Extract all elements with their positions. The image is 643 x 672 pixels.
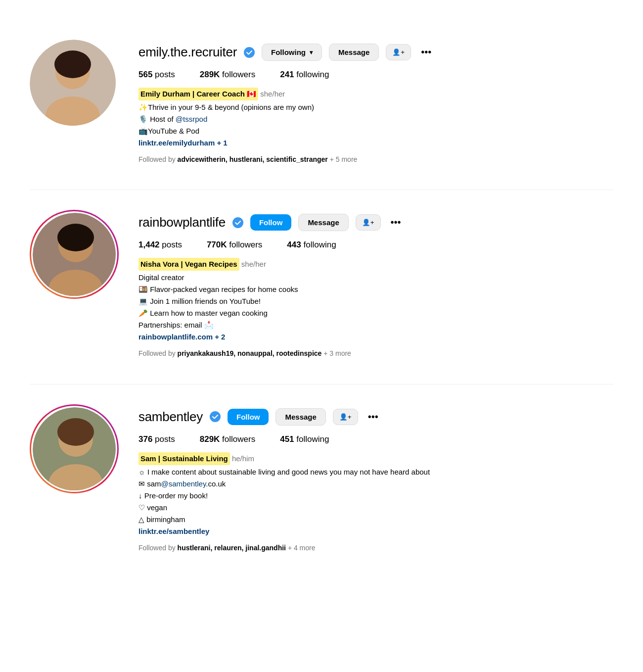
bio-link-anchor-sam[interactable]: linktr.ee/sambentley — [138, 527, 209, 535]
username-emily[interactable]: emily.the.recruiter — [138, 45, 237, 60]
bio-line-2-emily: 📺YouTube & Pod — [138, 125, 613, 137]
bio-name-line-emily: Emily Durham | Career Coach 🇨🇦 she/her — [138, 88, 613, 101]
person-add-icon: 👤+ — [362, 219, 374, 226]
followed-by-more: + 4 more — [288, 544, 316, 552]
person-add-icon: 👤+ — [392, 48, 405, 56]
bio-emily: Emily Durham | Career Coach 🇨🇦 she/her✨T… — [138, 88, 613, 165]
verified-icon-rainbow — [232, 217, 243, 228]
stat-value: 443 — [287, 240, 301, 249]
stat-value: 451 — [280, 434, 294, 444]
more-icon: ••• — [421, 47, 431, 58]
btn-message-emily[interactable]: Message — [329, 44, 379, 61]
avatar-image-rainbow — [33, 213, 117, 297]
svg-point-11 — [232, 217, 243, 228]
followed-by-accounts: priyankakaush19, nonauppal, rootedinspic… — [178, 349, 322, 357]
bio-name-line-rainbow: Nisha Vora | Vegan Recipes she/her — [138, 258, 613, 272]
stat-posts-sam[interactable]: 376 posts — [138, 434, 175, 444]
verified-icon-emily — [244, 47, 255, 58]
btn-add-friend-rainbow[interactable]: 👤+ — [356, 214, 381, 231]
bio-pronouns-emily: she/her — [258, 90, 285, 98]
bio-line-1-sam: ✉ sam@sambentley.co.uk — [138, 478, 613, 490]
stat-following-rainbow[interactable]: 443 following — [287, 240, 336, 250]
stat-value: 289K — [200, 70, 220, 79]
profile-card-rainbow: rainbowplantlifeFollowMessage👤+•••1,442 … — [30, 190, 613, 384]
bio-name-sam: Sam | Sustainable Living — [138, 452, 230, 465]
bio-mention[interactable]: @sambentley — [161, 480, 206, 488]
bio-link-emily[interactable]: linktr.ee/emilydurham + 1 — [138, 137, 613, 149]
bio-line-0-sam: ☼ I make content about sustainable livin… — [138, 466, 613, 478]
verified-icon-sam — [210, 411, 221, 422]
bio-name-rainbow: Nisha Vora | Vegan Recipes — [138, 258, 239, 271]
stat-posts-emily[interactable]: 565 posts — [138, 70, 175, 80]
bio-line-2-sam: ↓ Pre-order my book! — [138, 490, 613, 502]
bio-line-1-emily: 🎙️ Host of @tssrpod — [138, 113, 613, 125]
bio-link-sam[interactable]: linktr.ee/sambentley — [138, 526, 613, 537]
btn-primary-rainbow[interactable]: Follow — [250, 214, 292, 231]
more-icon: ••• — [368, 411, 378, 423]
followed-by-emily: Followed by advicewitherin, hustlerani, … — [138, 154, 613, 165]
stat-followers-rainbow[interactable]: 770K followers — [207, 240, 262, 250]
avatar-wrap-sam[interactable] — [30, 404, 119, 493]
btn-message-sam[interactable]: Message — [276, 408, 325, 426]
username-sam[interactable]: sambentley — [138, 409, 203, 425]
btn-more-rainbow[interactable]: ••• — [388, 215, 404, 230]
bio-link-anchor-emily[interactable]: linktr.ee/emilydurham + 1 — [138, 139, 228, 147]
stat-following-sam[interactable]: 451 following — [280, 434, 329, 444]
profile-header-sam: sambentleyFollowMessage👤+••• — [138, 408, 613, 426]
chevron-down-icon: ▾ — [310, 49, 313, 56]
followed-by-more: + 3 more — [323, 349, 351, 357]
bio-line-2-rainbow: 💻 Join 1 million friends on YouTube! — [138, 295, 613, 307]
person-add-icon: 👤+ — [339, 413, 352, 421]
profile-card-sam: sambentleyFollowMessage👤+•••376 posts829… — [30, 384, 613, 578]
stat-posts-rainbow[interactable]: 1,442 posts — [138, 240, 182, 250]
username-rainbow[interactable]: rainbowplantlife — [138, 215, 226, 230]
svg-point-3 — [54, 50, 91, 78]
btn-primary-emily[interactable]: Following ▾ — [262, 44, 322, 61]
svg-point-17 — [210, 411, 221, 422]
profile-info-emily: emily.the.recruiterFollowing ▾Message👤+•… — [138, 40, 613, 165]
bio-mention[interactable]: @tssrpod — [176, 115, 207, 123]
svg-point-15 — [57, 418, 94, 446]
profile-header-emily: emily.the.recruiterFollowing ▾Message👤+•… — [138, 44, 613, 61]
bio-link-anchor-rainbow[interactable]: rainbowplantlife.com + 2 — [138, 333, 225, 341]
bio-line-3-sam: ♡ vegan — [138, 502, 613, 514]
bio-pronouns-sam: he/him — [230, 454, 254, 463]
avatar-wrap-emily[interactable] — [30, 40, 119, 129]
stats-row-rainbow: 1,442 posts770K followers443 following — [138, 240, 613, 250]
stat-value: 829K — [200, 434, 220, 444]
svg-point-9 — [57, 224, 94, 251]
bio-rainbow: Nisha Vora | Vegan Recipes she/herDigita… — [138, 258, 613, 359]
bio-pronouns-rainbow: she/her — [239, 260, 266, 268]
avatar-inner-sam — [31, 406, 117, 492]
avatar-image-emily — [30, 40, 116, 126]
stats-row-emily: 565 posts289K followers241 following — [138, 70, 613, 80]
svg-point-5 — [244, 47, 255, 58]
stat-value: 770K — [207, 240, 227, 249]
btn-primary-sam[interactable]: Follow — [228, 409, 269, 425]
bio-line-0-emily: ✨Thrive in your 9-5 & beyond (opinions a… — [138, 101, 613, 113]
btn-add-friend-sam[interactable]: 👤+ — [333, 409, 358, 425]
bio-sam: Sam | Sustainable Living he/him☼ I make … — [138, 452, 613, 553]
stat-value: 1,442 — [138, 240, 160, 249]
avatar-inner-rainbow — [31, 211, 117, 297]
profile-card-emily: emily.the.recruiterFollowing ▾Message👤+•… — [30, 20, 613, 190]
avatar-wrap-rainbow[interactable] — [30, 210, 119, 299]
stat-value: 241 — [280, 70, 294, 79]
bio-link-rainbow[interactable]: rainbowplantlife.com + 2 — [138, 331, 613, 343]
stat-following-emily[interactable]: 241 following — [280, 70, 329, 80]
followed-by-accounts: hustlerani, relauren, jinal.gandhii — [178, 544, 286, 552]
btn-more-emily[interactable]: ••• — [418, 45, 434, 60]
btn-add-friend-emily[interactable]: 👤+ — [386, 44, 411, 60]
bio-line-4-rainbow: Partnerships: email 📩 — [138, 319, 613, 331]
avatar-image-sam — [33, 407, 117, 492]
btn-more-sam[interactable]: ••• — [365, 409, 381, 425]
stats-row-sam: 376 posts829K followers451 following — [138, 434, 613, 444]
followed-by-rainbow: Followed by priyankakaush19, nonauppal, … — [138, 348, 613, 359]
stat-followers-sam[interactable]: 829K followers — [200, 434, 255, 444]
stat-value: 565 — [138, 70, 152, 79]
profile-info-sam: sambentleyFollowMessage👤+•••376 posts829… — [138, 404, 613, 553]
followed-by-accounts: advicewitherin, hustlerani, scientific_s… — [178, 155, 328, 163]
stat-followers-emily[interactable]: 289K followers — [200, 70, 255, 80]
profile-info-rainbow: rainbowplantlifeFollowMessage👤+•••1,442 … — [138, 210, 613, 359]
btn-message-rainbow[interactable]: Message — [298, 214, 348, 231]
